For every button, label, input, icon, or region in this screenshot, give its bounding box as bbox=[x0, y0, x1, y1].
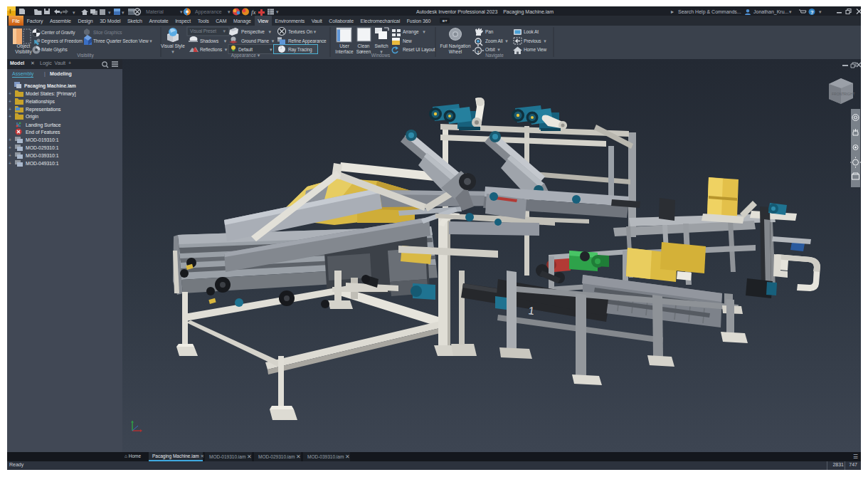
svg-text:▾: ▾ bbox=[228, 9, 231, 14]
svg-text:+: + bbox=[9, 145, 11, 150]
svg-text:Model States: [Primary]: Model States: [Primary] bbox=[26, 91, 76, 97]
svg-text:▾: ▾ bbox=[789, 9, 792, 14]
svg-text:Material: Material bbox=[146, 9, 164, 14]
svg-text:MOD-049310:1: MOD-049310:1 bbox=[26, 161, 59, 166]
svg-text:Appearance: Appearance bbox=[195, 9, 222, 15]
svg-text:▾: ▾ bbox=[276, 9, 279, 14]
svg-text:▾: ▾ bbox=[60, 10, 63, 15]
svg-text:Representations: Representations bbox=[26, 107, 61, 112]
svg-text:+: + bbox=[9, 161, 11, 166]
svg-text:+: + bbox=[9, 114, 11, 119]
svg-text:MOD-029310:1: MOD-029310:1 bbox=[26, 145, 59, 150]
svg-text:RIGHT: RIGHT bbox=[844, 92, 855, 96]
svg-text:Landing Surface: Landing Surface bbox=[26, 122, 61, 128]
svg-text:fx: fx bbox=[251, 9, 256, 16]
svg-text:+: + bbox=[9, 91, 11, 96]
svg-text:▾: ▾ bbox=[819, 9, 822, 14]
svg-text:▾: ▾ bbox=[108, 10, 111, 15]
svg-text:Search Help & Commands...: Search Help & Commands... bbox=[678, 9, 741, 15]
svg-text:+: + bbox=[9, 107, 11, 112]
svg-text:?: ? bbox=[810, 9, 814, 16]
svg-text:Relationships: Relationships bbox=[26, 99, 55, 105]
svg-text:Pacaging Machine.iam: Pacaging Machine.iam bbox=[24, 83, 76, 89]
svg-text:▸: ▸ bbox=[671, 9, 674, 15]
svg-text:+: + bbox=[9, 99, 11, 104]
svg-text:+: + bbox=[9, 137, 11, 142]
svg-text:I: I bbox=[9, 8, 11, 15]
svg-text:FRONT: FRONT bbox=[832, 92, 844, 96]
svg-text:Origin: Origin bbox=[26, 114, 38, 120]
svg-text:▾: ▾ bbox=[122, 10, 125, 15]
svg-text:▾: ▾ bbox=[180, 9, 183, 14]
svg-text:Jonathan_Kru...: Jonathan_Kru... bbox=[753, 9, 788, 15]
svg-text:End of Features: End of Features bbox=[26, 130, 60, 135]
svg-text:+: + bbox=[9, 153, 11, 158]
svg-text:▾: ▾ bbox=[73, 10, 75, 15]
svg-text:MOD-019310:1: MOD-019310:1 bbox=[26, 137, 59, 142]
svg-text:Autodesk Inventor Professional: Autodesk Inventor Professional 2023 Paca… bbox=[416, 9, 554, 15]
svg-text:MOD-039310:1: MOD-039310:1 bbox=[26, 153, 59, 158]
